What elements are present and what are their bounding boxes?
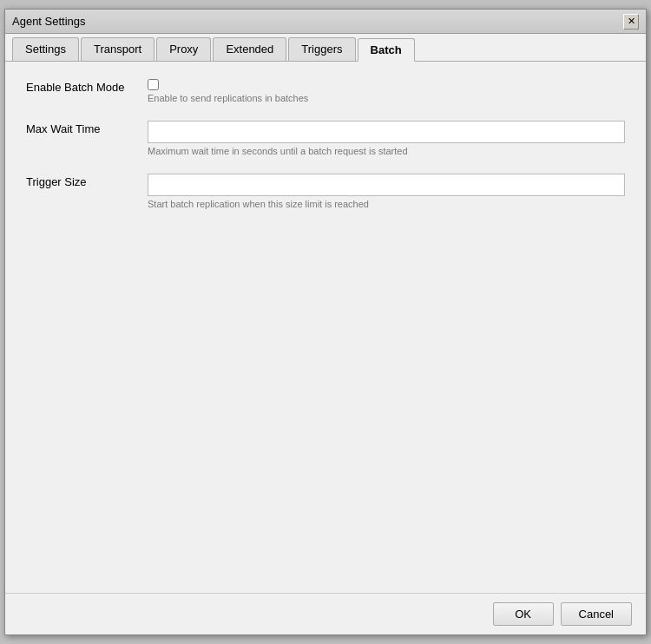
tab-extended[interactable]: Extended (213, 37, 286, 61)
enable-batch-mode-row: Enable Batch Mode Enable to send replica… (26, 79, 625, 114)
tab-settings[interactable]: Settings (12, 37, 79, 61)
agent-settings-dialog: Agent Settings ✕ Settings Transport Prox… (4, 9, 647, 635)
enable-batch-mode-controls: Enable to send replications in batches (148, 79, 625, 114)
enable-batch-mode-hint: Enable to send replications in batches (148, 93, 625, 103)
title-bar: Agent Settings ✕ (5, 10, 646, 34)
enable-batch-mode-checkbox[interactable] (148, 79, 159, 90)
max-wait-time-controls: Maximum wait time in seconds until a bat… (148, 121, 625, 167)
tab-content: Enable Batch Mode Enable to send replica… (5, 62, 646, 593)
trigger-size-controls: Start batch replication when this size l… (148, 174, 625, 220)
tab-batch[interactable]: Batch (358, 38, 415, 62)
trigger-size-label: Trigger Size (26, 174, 148, 188)
dialog-footer: OK Cancel (5, 593, 646, 634)
tab-bar: Settings Transport Proxy Extended Trigge… (5, 34, 646, 62)
trigger-size-input[interactable] (148, 174, 625, 196)
tab-proxy[interactable]: Proxy (156, 37, 211, 61)
trigger-size-row: Trigger Size Start batch replication whe… (26, 174, 625, 220)
tab-triggers[interactable]: Triggers (288, 37, 355, 61)
tab-transport[interactable]: Transport (81, 37, 155, 61)
cancel-button[interactable]: Cancel (561, 602, 632, 626)
max-wait-time-input[interactable] (148, 121, 625, 143)
max-wait-time-hint: Maximum wait time in seconds until a bat… (148, 146, 625, 156)
max-wait-time-label: Max Wait Time (26, 121, 148, 135)
max-wait-time-row: Max Wait Time Maximum wait time in secon… (26, 121, 625, 167)
ok-button[interactable]: OK (493, 602, 554, 626)
enable-batch-mode-label: Enable Batch Mode (26, 79, 148, 94)
enable-batch-mode-checkbox-row (148, 79, 625, 90)
dialog-title: Agent Settings (12, 15, 86, 28)
close-button[interactable]: ✕ (623, 14, 639, 30)
trigger-size-hint: Start batch replication when this size l… (148, 199, 625, 209)
